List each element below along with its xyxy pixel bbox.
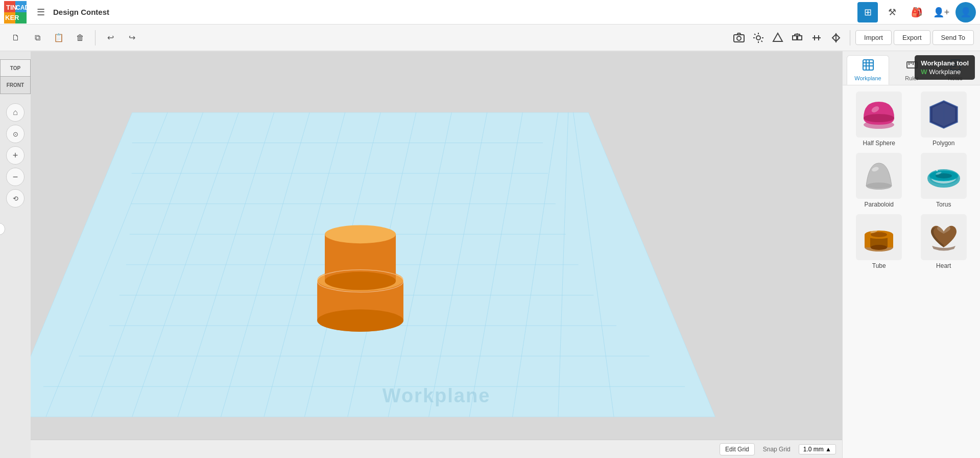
new-button[interactable]: 🗋 xyxy=(6,28,26,48)
svg-point-92 xyxy=(871,245,887,250)
home-button[interactable]: ⌂ xyxy=(6,103,25,122)
zoom-in-button[interactable]: + xyxy=(6,146,25,165)
zoom-in-icon: + xyxy=(13,150,18,161)
copy-button[interactable]: ⧉ xyxy=(28,28,47,48)
shapes-grid: Half Sphere Polygon xyxy=(843,85,980,458)
shape-paraboloid[interactable]: Paraboloid xyxy=(853,153,904,208)
paste-button[interactable]: 📋 xyxy=(49,28,68,48)
send-to-button[interactable]: Send To xyxy=(933,30,974,45)
toolbar-separator-1 xyxy=(95,30,95,45)
logo: TIN KER CAD xyxy=(4,1,27,24)
shapes-row-3: Tube xyxy=(849,214,974,269)
copy-icon: ⧉ xyxy=(35,33,40,42)
tube-thumb xyxy=(856,214,902,260)
shape-half-sphere[interactable]: Half Sphere xyxy=(853,91,904,147)
notes-tab-label: Notes xyxy=(948,75,963,81)
svg-point-79 xyxy=(866,182,892,190)
workplane-tab-label: Workplane xyxy=(854,75,881,81)
cylinder-mid-ellipse xyxy=(325,272,396,290)
project-title: Design Contest xyxy=(53,8,109,16)
tab-workplane[interactable]: Workplane xyxy=(847,55,889,85)
shape-outline-icon[interactable] xyxy=(769,29,786,47)
svg-point-9 xyxy=(756,36,760,40)
user-avatar-button[interactable]: 👤 xyxy=(955,2,976,22)
torus-thumb xyxy=(921,153,967,199)
cube-front-face: FRONT xyxy=(0,76,31,94)
right-panel: Workplane tool W Workplane Workpl xyxy=(842,51,980,458)
grid-icon: ⊞ xyxy=(864,7,872,18)
shape-tube[interactable]: Tube xyxy=(853,214,904,269)
svg-marker-16 xyxy=(773,33,782,41)
orient-button[interactable]: ⟲ xyxy=(6,189,25,208)
bag-icon: 🎒 xyxy=(911,7,922,18)
tab-notes[interactable]: Notes xyxy=(935,55,976,85)
zoom-out-button[interactable]: − xyxy=(6,168,25,186)
snap-grid-value[interactable]: 1.0 mm ▲ xyxy=(799,444,836,454)
svg-rect-18 xyxy=(798,36,802,40)
heart-label: Heart xyxy=(936,262,951,269)
svg-marker-28 xyxy=(836,34,840,41)
tools-button[interactable]: ⚒ xyxy=(882,2,902,22)
svg-rect-58 xyxy=(863,60,873,70)
svg-text:CAD: CAD xyxy=(16,4,27,11)
shape-torus[interactable]: Torus xyxy=(918,153,969,208)
topbar: TIN KER CAD ☰ Design Contest ⊞ ⚒ 🎒 👤+ 👤 xyxy=(0,0,980,25)
zoom-out-icon: − xyxy=(13,172,18,182)
redo-icon: ↪ xyxy=(129,33,135,42)
import-button[interactable]: Import xyxy=(855,30,892,45)
snap-grid-label: Snap Grid xyxy=(763,446,791,453)
tab-ruler[interactable]: Ruler xyxy=(891,55,933,85)
undo-button[interactable]: ↩ xyxy=(101,28,120,48)
grid-view-button[interactable]: ⊞ xyxy=(857,2,878,22)
orient-icon: ⟲ xyxy=(13,195,18,202)
ruler-tab-icon xyxy=(906,59,918,74)
svg-point-73 xyxy=(864,114,894,122)
export-button[interactable]: Export xyxy=(894,30,930,45)
fit-button[interactable]: ⊙ xyxy=(6,125,25,143)
add-user-icon: 👤+ xyxy=(933,7,950,18)
workplane-grid xyxy=(31,51,842,458)
half-sphere-thumb xyxy=(856,91,902,138)
svg-rect-17 xyxy=(793,36,797,40)
polygon-thumb xyxy=(921,91,967,138)
edit-grid-button[interactable]: Edit Grid xyxy=(720,443,755,455)
redo-button[interactable]: ↪ xyxy=(122,28,141,48)
paraboloid-thumb xyxy=(856,153,902,199)
cylinder-top-ellipse xyxy=(325,225,396,243)
paraboloid-label: Paraboloid xyxy=(865,201,894,208)
workplane-tab-icon xyxy=(862,59,874,74)
light-icon[interactable] xyxy=(750,29,767,47)
add-user-button[interactable]: 👤+ xyxy=(931,2,951,22)
tools-icon: ⚒ xyxy=(888,7,896,18)
new-icon: 🗋 xyxy=(12,33,20,42)
left-panel: TOP FRONT ⌂ ⊙ + − ⟲ xyxy=(0,51,31,458)
ruler-tab-label: Ruler xyxy=(905,75,918,81)
toolbar-separator-2 xyxy=(850,30,850,45)
menu-button[interactable]: ☰ xyxy=(31,2,51,22)
fit-icon: ⊙ xyxy=(13,130,18,138)
resources-button[interactable]: 🎒 xyxy=(906,2,927,22)
cylinder-bottom-ellipse xyxy=(317,309,403,332)
mirror-icon[interactable] xyxy=(827,29,845,47)
svg-marker-27 xyxy=(832,34,836,41)
menu-icon: ☰ xyxy=(37,7,45,18)
group-icon[interactable] xyxy=(788,29,806,47)
shape-polygon[interactable]: Polygon xyxy=(918,91,969,147)
shape-heart[interactable]: Heart xyxy=(918,214,969,269)
tube-label: Tube xyxy=(872,262,886,269)
bottom-bar: Edit Grid Snap Grid 1.0 mm ▲ xyxy=(31,440,842,458)
svg-text:KER: KER xyxy=(5,14,19,21)
paste-icon: 📋 xyxy=(54,33,64,42)
camera-icon[interactable] xyxy=(730,29,748,47)
toolbar: 🗋 ⧉ 📋 🗑 ↩ ↪ xyxy=(0,25,980,51)
undo-icon: ↩ xyxy=(107,33,114,42)
canvas-area[interactable]: Workplane Edit Grid Snap Grid 1.0 mm ▲ xyxy=(31,51,842,458)
view-tools xyxy=(730,29,845,47)
align-icon[interactable] xyxy=(808,29,825,47)
home-icon: ⌂ xyxy=(13,108,18,117)
half-sphere-label: Half Sphere xyxy=(863,140,895,147)
shapes-row-2: Paraboloid xyxy=(849,153,974,208)
svg-line-13 xyxy=(761,40,762,41)
cube-top-face: TOP xyxy=(0,59,31,77)
delete-button[interactable]: 🗑 xyxy=(70,28,90,48)
